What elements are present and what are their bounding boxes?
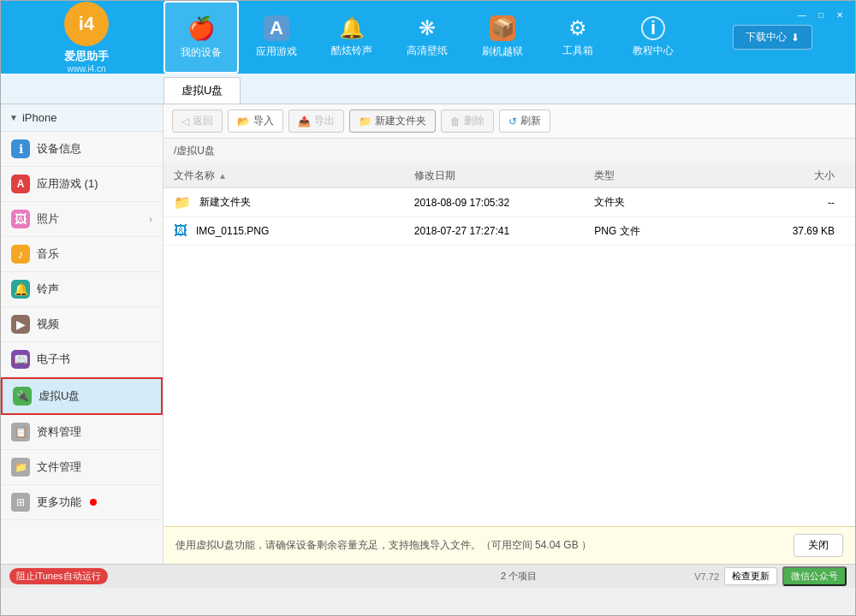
check-update-button[interactable]: 检查更新 bbox=[724, 567, 777, 585]
table-row[interactable]: 🖼 IMG_0115.PNG 2018-07-27 17:27:41 PNG 文… bbox=[163, 217, 855, 246]
ringtone-sidebar-icon: 🔔 bbox=[11, 280, 30, 299]
itunes-button[interactable]: 阻止iTunes自动运行 bbox=[9, 568, 108, 584]
top-bar: i4 爱思助手 www.i4.cn 🍎 我的设备 A 应用游戏 🔔 酷炫铃声 bbox=[1, 1, 855, 74]
status-right: V7.72 检查更新 微信公众号 bbox=[694, 566, 847, 586]
sidebar-item-ebook[interactable]: 📖 电子书 bbox=[1, 342, 163, 377]
sidebar-device: ▼ iPhone bbox=[1, 104, 163, 132]
wallpaper-label: 高清壁纸 bbox=[407, 44, 448, 58]
refresh-icon: ↺ bbox=[508, 116, 517, 127]
wechat-button[interactable]: 微信公众号 bbox=[782, 566, 847, 586]
sidebar-item-video[interactable]: ▶ 视频 bbox=[1, 307, 163, 342]
my-device-icon: 🍎 bbox=[187, 15, 215, 42]
col-name-header: 文件名称 ▲ bbox=[174, 169, 414, 183]
tutorial-icon: i bbox=[641, 16, 665, 40]
device-tab-bar: 虚拟U盘 bbox=[1, 74, 855, 104]
export-button: 📤 导出 bbox=[288, 110, 344, 133]
content-area: ◁ 返回 📂 导入 📤 导出 📁 新建文件夹 bbox=[163, 104, 855, 564]
data-manager-icon: 📋 bbox=[11, 423, 30, 441]
close-button[interactable]: ✕ bbox=[833, 8, 847, 21]
sidebar-item-music[interactable]: ♪ 音乐 bbox=[1, 237, 163, 272]
download-icon: ⬇ bbox=[791, 32, 800, 44]
sidebar: ▼ iPhone ℹ 设备信息 A 应用游戏 (1) 🖼 照片 › ♪ bbox=[1, 104, 163, 564]
nav-tabs: 🍎 我的设备 A 应用游戏 🔔 酷炫铃声 ❋ 高清壁纸 📦 刷机越狱 bbox=[163, 1, 733, 74]
maximize-button[interactable]: □ bbox=[814, 8, 828, 21]
file-manager-icon: 📁 bbox=[11, 458, 30, 477]
sidebar-item-virtual-usb[interactable]: 🔌 虚拟U盘 bbox=[1, 377, 163, 415]
status-count: 2 个项目 bbox=[352, 570, 686, 583]
sidebar-item-device-info[interactable]: ℹ 设备信息 bbox=[1, 132, 163, 167]
col-date-header: 修改日期 bbox=[414, 169, 595, 183]
sidebar-item-apps[interactable]: A 应用游戏 (1) bbox=[1, 167, 163, 202]
table-row[interactable]: 📁 新建文件夹 2018-08-09 17:05:32 文件夹 -- bbox=[163, 188, 855, 217]
logo-icon: i4 bbox=[64, 2, 109, 46]
virtual-usb-tab[interactable]: 虚拟U盘 bbox=[163, 77, 241, 104]
music-icon: ♪ bbox=[11, 245, 30, 264]
sidebar-item-file-manager[interactable]: 📁 文件管理 bbox=[1, 450, 163, 485]
sort-arrow-icon: ▲ bbox=[218, 171, 227, 181]
file-table: 📁 新建文件夹 2018-08-09 17:05:32 文件夹 -- 🖼 IMG… bbox=[163, 188, 855, 526]
video-icon: ▶ bbox=[11, 315, 30, 334]
export-icon: 📤 bbox=[298, 116, 311, 127]
info-bar: 使用虚拟U盘功能，请确保设备剩余容量充足，支持拖拽导入文件。（可用空间 54.0… bbox=[163, 526, 855, 564]
jailbreak-icon: 📦 bbox=[490, 15, 515, 41]
delete-button: 🗑 删除 bbox=[441, 110, 494, 133]
version-label: V7.72 bbox=[694, 572, 719, 582]
status-left: 阻止iTunes自动运行 bbox=[9, 568, 343, 584]
tools-label: 工具箱 bbox=[562, 44, 593, 58]
expand-icon: › bbox=[149, 214, 152, 224]
download-center-button[interactable]: 下载中心 ⬇ bbox=[733, 25, 812, 50]
tab-tutorial[interactable]: i 教程中心 bbox=[615, 1, 691, 74]
device-name: iPhone bbox=[22, 111, 56, 124]
tutorial-label: 教程中心 bbox=[633, 44, 674, 58]
logo-area: i4 爱思助手 www.i4.cn bbox=[9, 2, 163, 74]
window-controls: — □ ✕ bbox=[795, 8, 847, 21]
app-name: 爱思助手 bbox=[64, 49, 109, 64]
tools-icon: ⚙ bbox=[568, 16, 587, 40]
tab-ringtone[interactable]: 🔔 酷炫铃声 bbox=[314, 1, 389, 74]
more-icon: ⊞ bbox=[11, 493, 30, 512]
path-bar: /虚拟U盘 bbox=[163, 139, 855, 164]
tab-tools[interactable]: ⚙ 工具箱 bbox=[540, 1, 615, 74]
import-button[interactable]: 📂 导入 bbox=[228, 110, 283, 133]
refresh-button[interactable]: ↺ 刷新 bbox=[499, 110, 550, 133]
folder-icon: 📁 bbox=[174, 194, 191, 210]
sidebar-item-data-manager[interactable]: 📋 资料管理 bbox=[1, 415, 163, 450]
status-bar: 阻止iTunes自动运行 2 个项目 V7.72 检查更新 微信公众号 bbox=[1, 564, 855, 588]
expand-arrow-icon: ▼ bbox=[9, 113, 18, 122]
device-info-icon: ℹ bbox=[11, 139, 30, 158]
content-toolbar: ◁ 返回 📂 导入 📤 导出 📁 新建文件夹 bbox=[163, 104, 855, 139]
back-icon: ◁ bbox=[181, 116, 189, 127]
new-folder-icon: 📁 bbox=[359, 116, 372, 127]
sidebar-item-more[interactable]: ⊞ 更多功能 bbox=[1, 485, 163, 520]
import-icon: 📂 bbox=[237, 116, 250, 127]
photos-icon: 🖼 bbox=[11, 210, 30, 228]
apps-label: 应用游戏 bbox=[256, 44, 297, 59]
tab-jailbreak[interactable]: 📦 刷机越狱 bbox=[465, 1, 540, 74]
virtual-usb-icon: 🔌 bbox=[13, 387, 32, 406]
file-table-header: 文件名称 ▲ 修改日期 类型 大小 bbox=[163, 164, 855, 188]
ringtone-label: 酷炫铃声 bbox=[331, 44, 372, 58]
my-device-label: 我的设备 bbox=[181, 45, 222, 60]
sidebar-item-photos[interactable]: 🖼 照片 › bbox=[1, 202, 163, 237]
jailbreak-label: 刷机越狱 bbox=[482, 44, 523, 59]
col-size-header: 大小 bbox=[715, 169, 845, 183]
close-button[interactable]: 关闭 bbox=[794, 534, 843, 557]
sidebar-item-ringtone[interactable]: 🔔 铃声 bbox=[1, 272, 163, 307]
delete-icon: 🗑 bbox=[450, 116, 461, 127]
wallpaper-icon: ❋ bbox=[419, 16, 436, 40]
apps-sidebar-icon: A bbox=[11, 175, 30, 193]
app-url: www.i4.cn bbox=[67, 64, 105, 74]
download-label: 下载中心 bbox=[746, 30, 787, 44]
tab-apps[interactable]: A 应用游戏 bbox=[239, 1, 314, 74]
apps-icon: A bbox=[264, 15, 289, 41]
ringtone-icon: 🔔 bbox=[339, 16, 365, 40]
tab-wallpaper[interactable]: ❋ 高清壁纸 bbox=[389, 1, 465, 74]
more-notification-dot bbox=[90, 499, 97, 506]
main-area: ▼ iPhone ℹ 设备信息 A 应用游戏 (1) 🖼 照片 › ♪ bbox=[1, 104, 855, 564]
ebook-icon: 📖 bbox=[11, 350, 30, 369]
new-folder-button[interactable]: 📁 新建文件夹 bbox=[349, 110, 436, 133]
png-file-icon: 🖼 bbox=[174, 223, 187, 239]
tab-my-device[interactable]: 🍎 我的设备 bbox=[163, 1, 239, 74]
col-type-header: 类型 bbox=[594, 169, 714, 183]
minimize-button[interactable]: — bbox=[795, 8, 809, 21]
